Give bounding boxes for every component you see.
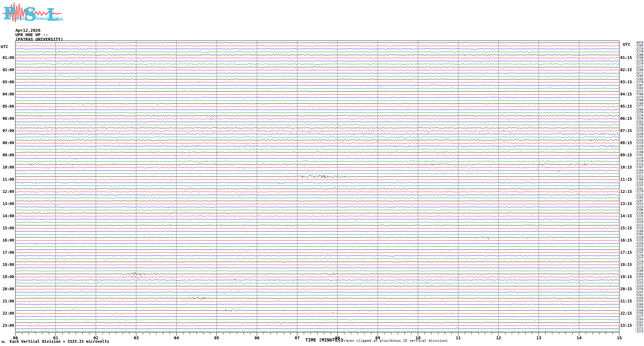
- seismo-trace-row-40: [15, 163, 619, 166]
- seismo-trace-row-25: [15, 118, 619, 120]
- seismo-trace-row-88: [15, 310, 619, 311]
- left-time-label: 14:00: [0, 214, 14, 218]
- seismo-trace-row-48: [15, 188, 619, 189]
- x-axis-label: 03: [131, 336, 141, 340]
- seismo-trace-row-1: [15, 45, 619, 46]
- seismo-trace-row-30: [15, 133, 619, 135]
- seismo-trace-row-90: [15, 316, 619, 317]
- seismo-trace-row-59: [15, 222, 619, 223]
- vertical-division-note: Each Vertical Division = 3333.33 microvo…: [10, 340, 109, 343]
- trace-offset-value: -5255: [632, 300, 643, 303]
- seismo-trace-row-55: [15, 210, 619, 211]
- seismo-trace-row-37: [15, 154, 619, 156]
- plot-border: [15, 41, 619, 332]
- trace-offset-value: -5264: [632, 318, 643, 321]
- left-time-label: 22:00: [0, 311, 14, 315]
- trace-offset-value: -5167: [632, 166, 643, 169]
- seismo-trace-row-3: [15, 51, 619, 53]
- seismo-trace-row-74: [15, 267, 619, 268]
- seismo-trace-row-77: [15, 276, 619, 279]
- seismo-trace-row-16: [15, 91, 619, 92]
- trace-offset-value: -5219: [632, 142, 643, 144]
- seismo-trace-row-60: [15, 225, 619, 226]
- seismo-trace-row-7: [15, 63, 619, 65]
- seismo-trace-row-57: [15, 216, 619, 217]
- seismo-trace-row-39: [15, 160, 619, 163]
- trace-offset-value: -5233: [632, 227, 643, 230]
- x-axis-label: 07: [293, 336, 302, 340]
- left-time-label: 01:00: [0, 56, 14, 60]
- x-axis-label: 04: [172, 336, 181, 340]
- trace-offset-value: -5253: [632, 245, 643, 248]
- trace-offset-value: -5168: [632, 178, 643, 181]
- seismo-trace-row-72: [15, 261, 619, 262]
- seismo-trace-row-23: [15, 112, 619, 113]
- trace-offset-value: -5273: [632, 330, 643, 333]
- left-time-label: 17:00: [0, 251, 14, 254]
- seismo-trace-row-35: [15, 149, 619, 150]
- seismo-trace-row-80: [15, 285, 619, 287]
- seismo-trace-row-52: [15, 201, 619, 202]
- seismo-trace-row-87: [15, 307, 619, 308]
- seismo-trace-row-43: [15, 173, 619, 174]
- left-time-label: 23:00: [0, 324, 14, 327]
- seismo-trace-row-81: [15, 289, 619, 290]
- left-time-label: 07:00: [0, 129, 14, 133]
- left-time-label: 13:00: [0, 202, 14, 206]
- x-axis-label: 05: [212, 336, 221, 340]
- seismo-trace-row-27: [15, 124, 619, 126]
- left-time-label: 18:00: [0, 263, 14, 267]
- trace-offset-value: -5260: [632, 269, 643, 272]
- left-time-label: 11:00: [0, 177, 14, 181]
- seismo-trace-row-91: [15, 319, 619, 320]
- seismo-trace-row-21: [15, 106, 619, 107]
- trace-offset-value: -5255: [632, 282, 643, 284]
- x-axis-label: 12: [494, 336, 503, 340]
- trace-offset-value: -5137: [632, 172, 643, 175]
- seismo-trace-row-8: [15, 67, 619, 68]
- x-axis-label: 13: [534, 336, 544, 340]
- trace-offset-value: -5183: [632, 196, 643, 199]
- trace-offset-value: -5272: [632, 263, 643, 266]
- seismo-trace-row-94: [15, 328, 619, 329]
- trace-offset-value: -5147: [632, 184, 643, 187]
- seismo-trace-row-18: [15, 96, 619, 98]
- left-time-label: 20:00: [0, 287, 14, 291]
- seismo-trace-row-34: [15, 145, 619, 147]
- seismo-trace-row-0: [15, 42, 619, 43]
- trace-offset-value: -5277: [632, 257, 643, 260]
- seismo-trace-row-68: [15, 249, 619, 250]
- seismo-trace-row-28: [15, 127, 619, 128]
- seismo-trace-row-29: [15, 130, 619, 132]
- seismo-trace-row-19: [15, 100, 619, 101]
- seismo-trace-row-42: [15, 169, 619, 171]
- seismo-trace-row-45: [15, 179, 619, 180]
- seismo-trace-row-67: [15, 246, 619, 247]
- trace-offset-value: -5170: [632, 160, 643, 163]
- seismo-trace-row-58: [15, 218, 619, 220]
- trace-offset-value: -5250: [632, 123, 643, 126]
- seismo-trace-row-62: [15, 231, 619, 232]
- seismo-trace-row-92: [15, 322, 619, 323]
- seismo-trace-row-15: [15, 88, 619, 89]
- trace-offset-value: -5233: [632, 239, 643, 242]
- seismo-trace-row-86: [15, 303, 619, 305]
- seismo-trace-row-32: [15, 139, 619, 141]
- seismo-trace-row-46: [15, 182, 619, 184]
- trace-offset-value: -5296: [632, 209, 643, 211]
- seismo-trace-row-41: [15, 167, 619, 169]
- x-axis-label: 06: [252, 336, 262, 340]
- seismo-trace-row-17: [15, 94, 619, 95]
- trace-offset-value: -5179: [632, 190, 643, 193]
- seismo-trace-row-12: [15, 78, 619, 80]
- left-time-label: 02:00: [0, 68, 14, 72]
- left-time-label: 03:00: [0, 80, 14, 84]
- seismo-trace-row-69: [15, 252, 619, 253]
- trace-offset-value: -5219: [632, 129, 643, 132]
- seismo-trace-row-56: [15, 212, 619, 214]
- seismo-trace-row-66: [15, 243, 619, 244]
- seismo-trace-row-53: [15, 203, 619, 204]
- seismo-trace-row-75: [15, 270, 619, 272]
- x-axis-label: 15: [615, 336, 624, 340]
- seismo-trace-row-33: [15, 142, 619, 144]
